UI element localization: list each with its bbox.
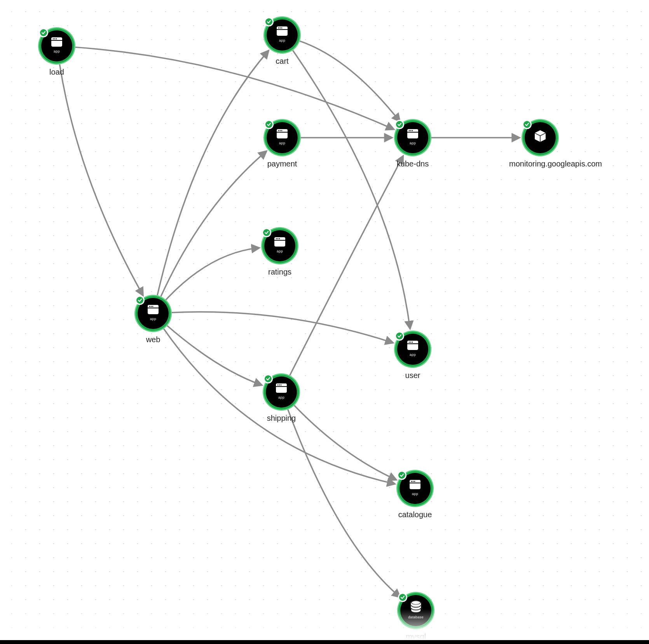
app-icon: app — [147, 304, 159, 321]
app-icon: app — [407, 340, 419, 357]
bottom-bar — [0, 640, 649, 644]
node-label: cart — [251, 57, 313, 66]
status-badge — [522, 120, 532, 129]
node-icon-sublabel: app — [274, 249, 286, 253]
status-badge — [135, 296, 145, 305]
node-label: payment — [251, 159, 313, 168]
node-catalogue[interactable]: appcatalogue — [384, 473, 446, 519]
svg-point-16 — [280, 130, 281, 131]
status-badge — [264, 120, 274, 129]
node-label: catalogue — [384, 510, 446, 519]
svg-point-53 — [414, 481, 415, 482]
node-circle[interactable]: app — [138, 298, 169, 329]
edge-web-to-ratings — [166, 248, 259, 300]
check-icon — [396, 332, 403, 340]
svg-point-52 — [413, 481, 414, 482]
node-kube-dns[interactable]: appkube-dns — [382, 122, 444, 168]
node-circle[interactable]: app — [397, 334, 428, 365]
node-circle[interactable]: app — [397, 122, 428, 153]
node-label: ratings — [249, 268, 311, 276]
svg-point-27 — [276, 238, 277, 240]
app-icon: app — [274, 237, 286, 253]
node-payment[interactable]: apppayment — [251, 122, 313, 168]
edge-load-to-kube-dns — [75, 47, 394, 129]
node-label: web — [122, 335, 184, 344]
node-icon-sublabel: app — [407, 141, 419, 145]
node-ratings[interactable]: appratings — [249, 230, 311, 276]
app-icon: app — [407, 129, 419, 145]
node-shipping[interactable]: appshipping — [250, 376, 312, 423]
app-icon: app — [51, 37, 63, 53]
node-label: load — [26, 68, 88, 77]
node-icon-sublabel: app — [407, 353, 419, 357]
status-badge — [395, 120, 404, 129]
svg-point-47 — [281, 385, 282, 386]
cube-icon — [534, 130, 547, 144]
edge-web-to-user — [172, 312, 393, 343]
node-user[interactable]: appuser — [382, 334, 444, 380]
node-circle[interactable]: app — [264, 230, 295, 261]
svg-point-46 — [279, 385, 280, 386]
svg-point-21 — [409, 130, 410, 131]
svg-point-9 — [278, 28, 279, 29]
node-icon-sublabel: app — [276, 141, 288, 145]
node-web[interactable]: appweb — [122, 298, 184, 344]
fade-left — [0, 0, 16, 644]
svg-point-28 — [277, 238, 279, 240]
edge-cart-to-user — [293, 50, 410, 328]
check-icon — [523, 121, 530, 128]
node-icon-sublabel: app — [51, 49, 63, 53]
check-icon — [396, 121, 403, 128]
edge-load-to-web — [59, 64, 143, 295]
node-circle[interactable]: app — [41, 30, 72, 61]
node-circle[interactable]: app — [266, 376, 297, 408]
svg-point-11 — [281, 28, 283, 29]
node-label: user — [382, 371, 444, 380]
svg-point-3 — [53, 38, 54, 40]
check-icon — [398, 472, 405, 479]
svg-point-35 — [152, 306, 154, 307]
status-badge — [264, 17, 274, 26]
status-badge — [262, 228, 271, 237]
svg-point-10 — [280, 28, 281, 29]
node-label: monitoring.googleapis.com — [509, 159, 571, 168]
check-icon — [40, 29, 47, 36]
node-monitoring[interactable]: monitoring.googleapis.com — [509, 122, 571, 168]
node-label: kube-dns — [382, 159, 444, 168]
node-icon-sublabel: app — [147, 317, 159, 321]
status-badge — [398, 593, 407, 602]
svg-point-22 — [410, 130, 412, 131]
svg-point-5 — [56, 38, 57, 40]
node-circle[interactable] — [525, 122, 556, 153]
node-label: shipping — [250, 414, 312, 423]
svg-point-40 — [410, 342, 412, 343]
topology-canvas[interactable]: apploadappcartapppaymentappkube-dnsmonit… — [0, 0, 649, 644]
svg-point-39 — [409, 342, 410, 343]
node-circle[interactable]: app — [400, 473, 431, 504]
svg-point-45 — [277, 385, 279, 386]
edges-layer — [0, 0, 649, 644]
app-icon: app — [276, 383, 287, 399]
app-icon: app — [276, 129, 288, 145]
svg-point-4 — [54, 38, 56, 40]
svg-point-56 — [412, 601, 420, 604]
svg-point-33 — [149, 306, 150, 307]
node-cart[interactable]: appcart — [251, 19, 313, 66]
check-icon — [263, 229, 270, 236]
fade-bottom — [0, 609, 649, 640]
app-icon: app — [409, 480, 421, 496]
node-load[interactable]: appload — [26, 30, 88, 77]
app-icon: app — [276, 26, 288, 42]
svg-point-17 — [281, 130, 283, 131]
node-icon-sublabel: app — [409, 492, 421, 496]
svg-point-23 — [412, 130, 413, 131]
node-circle[interactable]: database — [400, 595, 431, 626]
node-circle[interactable]: app — [267, 19, 298, 51]
node-icon-sublabel: app — [276, 38, 288, 42]
check-icon — [265, 121, 272, 128]
status-badge — [397, 471, 406, 480]
node-icon-sublabel: app — [276, 396, 287, 399]
node-circle[interactable]: app — [267, 122, 298, 153]
node-mysql[interactable]: databasemysql — [385, 595, 447, 641]
svg-point-41 — [412, 342, 413, 343]
